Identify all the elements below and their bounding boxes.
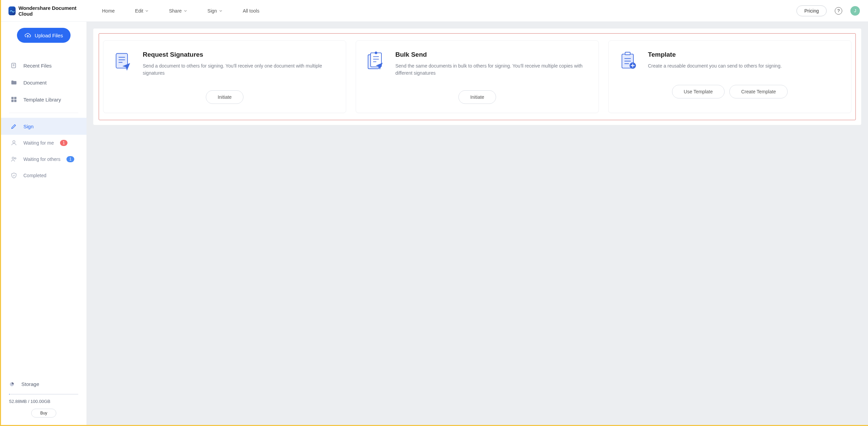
sidebar-item-completed[interactable]: Completed [1,167,86,184]
svg-rect-2 [14,97,17,99]
nav-share[interactable]: Share [169,8,187,14]
template-icon [618,51,638,71]
brand-mark-icon [8,6,16,15]
sidebar-item-document[interactable]: Document [1,74,86,91]
sidebar-item-sign[interactable]: Sign [1,118,86,135]
nav-all-tools-label: All tools [243,8,259,14]
svg-rect-1 [12,97,14,99]
waiting-for-me-badge: 1 [60,140,68,146]
sidebar-storage: Storage 52.88MB / 100.00GB Buy [1,381,86,425]
cards-panel: Request Signatures Send a document to ot… [93,29,861,125]
sidebar-divider [9,113,78,113]
card-request-title: Request Signatures [143,51,336,58]
chevron-down-icon [219,9,222,13]
nav-sign[interactable]: Sign [208,8,222,14]
brand-name: Wondershare Document Cloud [18,5,79,17]
shield-check-icon [11,172,17,179]
avatar[interactable]: J [850,6,860,16]
sidebar-item-template-library[interactable]: Template Library [1,91,86,108]
highlight-box: Request Signatures Send a document to ot… [99,33,856,120]
sidebar-waiting-others-label: Waiting for others [23,156,60,162]
svg-rect-0 [12,63,16,68]
initiate-bulk-button[interactable]: Initiate [458,90,496,104]
nav-home[interactable]: Home [102,8,115,14]
sidebar-completed-label: Completed [23,173,46,178]
waiting-for-others-badge: 1 [66,156,74,162]
svg-rect-14 [625,52,630,55]
svg-rect-4 [14,100,17,102]
sidebar-waiting-me-label: Waiting for me [23,140,54,146]
folder-icon [11,79,17,86]
chevron-down-icon [184,9,187,13]
bulk-send-icon [366,51,386,71]
nav-all-tools[interactable]: All tools [243,8,259,14]
card-template-title: Template [648,51,782,58]
pie-chart-icon [9,382,15,387]
svg-point-7 [15,158,16,159]
top-nav: Home Edit Share Sign All tools [86,8,796,14]
main-content: Request Signatures Send a document to ot… [86,22,868,425]
card-request-desc: Send a document to others for signing. Y… [143,62,336,77]
sidebar: Upload Files Recent Files Document Templ… [1,22,86,425]
recent-files-icon [11,62,17,69]
storage-usage-text: 52.88MB / 100.00GB [9,399,78,404]
help-icon[interactable]: ? [835,7,842,15]
card-template-desc: Create a reusable document you can send … [648,62,782,70]
nav-share-label: Share [169,8,181,14]
card-template: Template Create a reusable document you … [608,40,851,113]
svg-point-5 [13,141,15,143]
svg-rect-3 [12,100,14,102]
upload-files-button[interactable]: Upload Files [17,28,70,43]
buy-storage-button[interactable]: Buy [31,409,57,418]
template-grid-icon [11,96,17,103]
brand-logo[interactable]: Wondershare Document Cloud [1,5,86,17]
initiate-request-button[interactable]: Initiate [206,90,243,104]
user-icon [11,140,17,146]
create-template-button[interactable]: Create Template [729,85,788,98]
top-right: Pricing ? J [796,5,868,16]
sidebar-template-library-label: Template Library [23,97,61,103]
sidebar-item-recent-files[interactable]: Recent Files [1,57,86,74]
use-template-button[interactable]: Use Template [672,85,725,98]
upload-files-label: Upload Files [35,33,63,38]
sidebar-document-label: Document [23,80,46,86]
nav-edit[interactable]: Edit [135,8,149,14]
sidebar-item-waiting-for-others[interactable]: Waiting for others 1 [1,151,86,167]
svg-point-6 [12,157,14,159]
sidebar-item-waiting-for-me[interactable]: Waiting for me 1 [1,135,86,151]
storage-label: Storage [21,381,39,387]
card-request-signatures: Request Signatures Send a document to ot… [103,40,346,113]
chevron-down-icon [145,9,149,13]
nav-edit-label: Edit [135,8,143,14]
nav-home-label: Home [102,8,115,14]
storage-progress-bar [9,394,78,395]
pricing-button[interactable]: Pricing [796,5,827,16]
sidebar-sign-label: Sign [23,124,34,129]
cloud-upload-icon [24,32,31,39]
sidebar-recent-label: Recent Files [23,63,52,69]
top-bar: Wondershare Document Cloud Home Edit Sha… [1,0,868,22]
card-bulk-desc: Send the same documents in bulk to other… [395,62,589,77]
svg-rect-12 [375,52,377,53]
users-icon [11,156,17,163]
nav-sign-label: Sign [208,8,217,14]
card-bulk-title: Bulk Send [395,51,589,58]
pen-icon [11,123,17,130]
card-bulk-send: Bulk Send Send the same documents in bul… [356,40,599,113]
document-send-icon [113,51,133,71]
